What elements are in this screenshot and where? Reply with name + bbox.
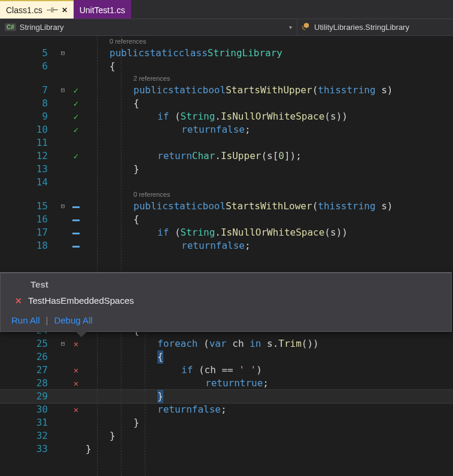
class-label: UtilityLibraries.StringLibrary xyxy=(314,23,409,32)
codelens-references[interactable]: 0 references xyxy=(133,188,170,201)
separator: | xyxy=(46,315,48,325)
context-bar: C# StringLibrary ▾ UtilityLibraries.Stri… xyxy=(0,19,453,36)
codelens-references[interactable]: 2 references xyxy=(133,72,170,85)
test-results-popup: Test ✕ TestHasEmbeddedSpaces Run All | D… xyxy=(0,272,452,332)
code-line: 5 ⊟ public static class StringLibrary xyxy=(0,47,453,60)
tab-unittest1[interactable]: UnitTest1.cs xyxy=(74,0,131,19)
namespace-dropdown[interactable]: C# StringLibrary ▾ xyxy=(0,19,297,35)
test-pass-icon: ✓ xyxy=(74,99,78,108)
fold-toggle[interactable]: ⊟ xyxy=(57,84,69,97)
test-fail-icon: ✕ xyxy=(15,296,22,306)
fold-toggle[interactable]: ⊟ xyxy=(57,200,69,213)
close-icon[interactable]: ✕ xyxy=(62,6,68,14)
pin-icon[interactable]: ⊣⊢ xyxy=(46,6,58,14)
run-all-link[interactable]: Run All xyxy=(11,315,40,325)
test-fail-icon: ✕ xyxy=(74,339,78,349)
tab-label: Class1.cs xyxy=(6,5,42,15)
fold-toggle[interactable]: ⊟ xyxy=(57,47,69,60)
namespace-label: StringLibrary xyxy=(20,23,64,32)
class-dropdown[interactable]: UtilityLibraries.StringLibrary xyxy=(297,19,453,35)
popup-title: Test xyxy=(1,273,451,293)
test-name: TestHasEmbeddedSpaces xyxy=(28,295,134,306)
failed-test-row[interactable]: ✕ TestHasEmbeddedSpaces xyxy=(1,293,451,312)
chevron-down-icon: ▾ xyxy=(289,24,292,30)
debug-all-link[interactable]: Debug All xyxy=(54,315,92,325)
tab-label: UnitTest1.cs xyxy=(80,5,125,15)
code-editor[interactable]: 0 references 5 ⊟ public static class Str… xyxy=(0,36,453,476)
test-pass-icon: ✓ xyxy=(74,86,78,95)
coverage-icon xyxy=(72,206,80,208)
codelens-references[interactable]: 0 references xyxy=(110,36,146,48)
tab-bar: Class1.cs ⊣⊢ ✕ UnitTest1.cs xyxy=(0,0,453,19)
class-icon xyxy=(302,22,311,32)
tab-class1[interactable]: Class1.cs ⊣⊢ ✕ xyxy=(0,0,74,19)
fold-toggle[interactable]: ⊟ xyxy=(57,337,69,350)
csharp-icon: C# xyxy=(5,23,16,31)
